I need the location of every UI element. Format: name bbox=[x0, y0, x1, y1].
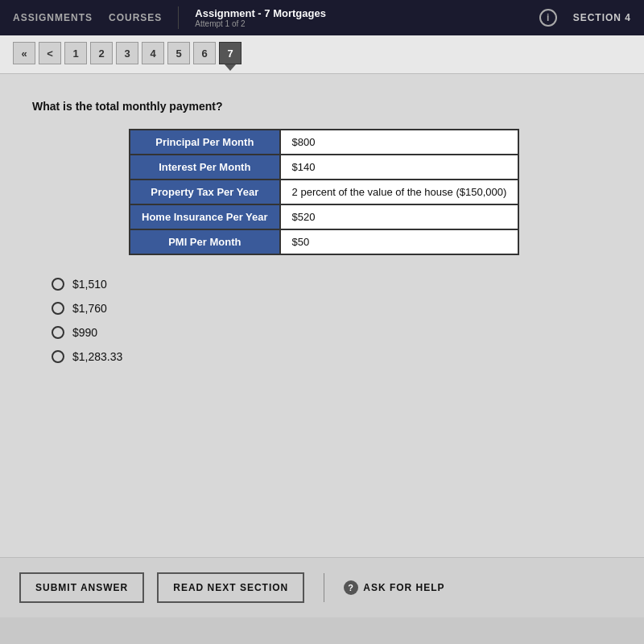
pagination-page-5[interactable]: 5 bbox=[167, 42, 190, 64]
table-row: Property Tax Per Year 2 percent of the v… bbox=[130, 180, 518, 204]
pagination-page-6[interactable]: 6 bbox=[193, 42, 216, 64]
assignment-title-block: Assignment - 7 Mortgages Attempt 1 of 2 bbox=[195, 7, 326, 28]
answer-options: $1,510 $1,760 $990 $1,283.33 bbox=[52, 278, 612, 363]
pagination-bar: « < 1 2 3 4 5 6 7 bbox=[0, 35, 644, 74]
table-row: Home Insurance Per Year $520 bbox=[130, 204, 518, 229]
ask-for-help-button[interactable]: ? ASK FOR HELP bbox=[344, 580, 444, 595]
pagination-back-double[interactable]: « bbox=[13, 42, 35, 64]
section-label: SECTION 4 bbox=[573, 12, 631, 23]
answer-label: $1,283.33 bbox=[72, 350, 122, 363]
bottom-bar-divider bbox=[324, 573, 324, 602]
top-nav: ASSIGNMENTS COURSES Assignment - 7 Mortg… bbox=[0, 0, 644, 35]
answer-option[interactable]: $990 bbox=[52, 326, 612, 339]
submit-answer-button[interactable]: SUBMIT ANSWER bbox=[19, 572, 144, 603]
assignments-link[interactable]: ASSIGNMENTS bbox=[13, 12, 93, 23]
answer-label: $1,760 bbox=[72, 302, 107, 315]
attempt-label: Attempt 1 of 2 bbox=[195, 19, 326, 28]
table-row: PMI Per Month $50 bbox=[130, 229, 518, 254]
pagination-page-7[interactable]: 7 bbox=[219, 42, 242, 64]
data-table: Principal Per Month $800 Interest Per Mo… bbox=[129, 129, 519, 255]
main-content: What is the total monthly payment? Princ… bbox=[0, 74, 644, 557]
radio-button[interactable] bbox=[52, 302, 64, 315]
read-next-section-button[interactable]: READ NEXT SECTION bbox=[157, 572, 304, 603]
help-icon: ? bbox=[344, 580, 358, 595]
courses-link[interactable]: COURSES bbox=[109, 12, 162, 23]
radio-button[interactable] bbox=[52, 350, 64, 363]
table-row: Principal Per Month $800 bbox=[130, 130, 518, 155]
question-text: What is the total monthly payment? bbox=[32, 100, 612, 113]
table-value-cell: $50 bbox=[280, 229, 519, 254]
pagination-page-4[interactable]: 4 bbox=[142, 42, 164, 64]
answer-label: $1,510 bbox=[72, 278, 107, 291]
table-value-cell: $140 bbox=[280, 155, 519, 180]
bottom-bar: SUBMIT ANSWER READ NEXT SECTION ? ASK FO… bbox=[0, 557, 644, 617]
info-icon[interactable]: i bbox=[539, 9, 557, 27]
table-label-cell: Interest Per Month bbox=[130, 155, 280, 180]
radio-button[interactable] bbox=[52, 278, 64, 291]
pagination-page-1[interactable]: 1 bbox=[64, 42, 87, 64]
answer-option[interactable]: $1,510 bbox=[52, 278, 612, 291]
answer-label: $990 bbox=[72, 326, 97, 339]
ask-for-help-label: ASK FOR HELP bbox=[363, 582, 444, 593]
assignment-title: Assignment - 7 Mortgages bbox=[195, 7, 326, 19]
table-row: Interest Per Month $140 bbox=[130, 155, 518, 180]
table-value-cell: 2 percent of the value of the house ($15… bbox=[280, 180, 519, 204]
radio-button[interactable] bbox=[52, 326, 64, 339]
table-label-cell: PMI Per Month bbox=[130, 229, 280, 254]
table-value-cell: $520 bbox=[280, 204, 519, 229]
table-label-cell: Property Tax Per Year bbox=[130, 180, 280, 204]
pagination-page-2[interactable]: 2 bbox=[90, 42, 113, 64]
nav-divider bbox=[178, 6, 179, 29]
table-label-cell: Principal Per Month bbox=[130, 130, 280, 155]
table-value-cell: $800 bbox=[280, 130, 519, 155]
pagination-back-single[interactable]: < bbox=[39, 42, 61, 64]
answer-option[interactable]: $1,283.33 bbox=[52, 350, 612, 363]
pagination-page-3[interactable]: 3 bbox=[116, 42, 138, 64]
table-label-cell: Home Insurance Per Year bbox=[130, 204, 280, 229]
answer-option[interactable]: $1,760 bbox=[52, 302, 612, 315]
